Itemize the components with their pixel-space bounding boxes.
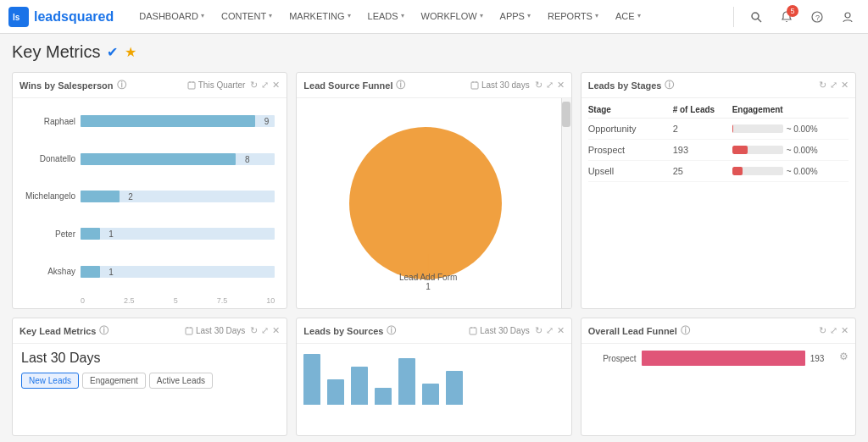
svg-rect-8	[188, 82, 195, 89]
bar-label: Akshay	[14, 267, 75, 276]
close-icon[interactable]: ✕	[272, 80, 280, 91]
widget-title-funnel: Lead Source Funnel ⓘ	[303, 79, 405, 91]
source-bar	[327, 379, 344, 405]
date-label-lbs[interactable]: Last 30 Days	[469, 326, 529, 335]
expand-icon[interactable]: ⤢	[546, 325, 554, 336]
source-bar-col	[303, 354, 320, 405]
nav-item-content[interactable]: CONTENT ▾	[213, 0, 281, 34]
widget-title-stages: Leads by Stages ⓘ	[588, 79, 675, 91]
bar-track: 8	[81, 153, 275, 165]
nav-item-marketing[interactable]: MARKETING ▾	[281, 0, 359, 34]
nav-separator	[733, 7, 734, 27]
engagement-bar: ~ 0.00%	[732, 124, 849, 134]
refresh-icon[interactable]: ↻	[250, 325, 258, 336]
tab-new-leads[interactable]: New Leads	[21, 373, 79, 389]
funnel-horizontal-bar-row: Prospect193	[590, 351, 847, 366]
expand-icon[interactable]: ⤢	[261, 80, 269, 91]
close-icon[interactable]: ✕	[841, 80, 849, 91]
tab-active-leads[interactable]: Active Leads	[149, 373, 213, 389]
info-icon-olf[interactable]: ⓘ	[681, 324, 690, 337]
nav-item-leads[interactable]: LEADS ▾	[359, 0, 413, 34]
refresh-icon[interactable]: ↻	[819, 80, 826, 91]
bar-fill: 1	[81, 266, 100, 278]
widget-action-icons-klm: ↻ ⤢ ✕	[250, 325, 280, 336]
info-icon-klm[interactable]: ⓘ	[99, 324, 108, 337]
source-bar-col	[327, 379, 344, 405]
widget-controls-funnel: Last 30 days ↻ ⤢ ✕	[470, 80, 565, 91]
svg-text:?: ?	[815, 14, 820, 22]
logo[interactable]: ls leadsquared	[8, 7, 114, 27]
nav-item-ace[interactable]: ACE ▾	[607, 0, 649, 34]
expand-icon[interactable]: ⤢	[261, 325, 269, 336]
widget-header-olf: Overall Lead Funnel ⓘ ↻ ⤢ ✕	[581, 318, 855, 344]
funnel-bar-label: Prospect	[590, 354, 637, 363]
bar-value: 2	[128, 191, 133, 201]
refresh-icon[interactable]: ↻	[250, 80, 258, 91]
expand-icon[interactable]: ⤢	[830, 325, 837, 336]
stages-data-row: Prospect193~ 0.00%	[588, 140, 849, 161]
dashboard-grid: Wins by Salesperson ⓘ This Quarter ↻ ⤢ ✕	[12, 72, 856, 436]
date-label-klm[interactable]: Last 30 Days	[185, 326, 245, 335]
bar-fill: 9	[81, 115, 255, 127]
refresh-icon[interactable]: ↻	[535, 325, 542, 336]
source-bar	[398, 358, 415, 405]
star-icon[interactable]: ★	[125, 44, 136, 60]
expand-icon[interactable]: ⤢	[546, 80, 554, 91]
bar-fill: 2	[81, 191, 120, 202]
tab-engagement[interactable]: Engagement	[82, 373, 146, 389]
help-button[interactable]: ?	[805, 5, 829, 29]
axis-label: 2.5	[124, 296, 135, 305]
bar-value: 8	[245, 154, 250, 163]
nav-item-dashboard[interactable]: DASHBOARD ▾	[131, 0, 213, 34]
close-icon[interactable]: ✕	[557, 325, 565, 336]
user-button[interactable]	[836, 5, 860, 29]
date-label-wins[interactable]: This Quarter	[187, 80, 246, 90]
svg-rect-17	[470, 328, 476, 334]
refresh-icon[interactable]: ↻	[535, 80, 542, 91]
date-label-funnel[interactable]: Last 30 days	[470, 80, 530, 90]
nav-item-workflow[interactable]: WORKFLOW ▾	[413, 0, 492, 34]
gear-icon[interactable]: ⚙	[839, 351, 849, 362]
info-icon-lbs[interactable]: ⓘ	[387, 324, 396, 337]
bar-track: 1	[81, 266, 275, 278]
nav-item-apps[interactable]: APPS ▾	[492, 0, 539, 34]
funnel-bar-count: 193	[810, 354, 825, 363]
bars-container: Raphael9Donatello8Michelangelo2Peter1Aks…	[81, 105, 275, 293]
close-icon[interactable]: ✕	[557, 80, 565, 91]
bar-track: 9	[81, 115, 275, 127]
notification-button[interactable]: 5	[775, 5, 798, 29]
close-icon[interactable]: ✕	[841, 325, 849, 336]
logo-icon: ls	[8, 7, 29, 27]
axis-labels: 02.557.510	[81, 296, 275, 305]
engagement-pct-label: ~ 0.00%	[787, 124, 818, 134]
bar-fill: 1	[81, 228, 100, 240]
info-icon-stages[interactable]: ⓘ	[665, 79, 674, 91]
notification-badge: 5	[787, 5, 798, 17]
widget-title-klm: Key Lead Metrics ⓘ	[19, 324, 108, 337]
logo-text: leadsquared	[34, 9, 114, 25]
info-icon-wins[interactable]: ⓘ	[117, 79, 126, 91]
page-title-row: Key Metrics ✔ ★	[12, 42, 856, 62]
verified-icon: ✔	[107, 44, 118, 60]
bar-label: Peter	[14, 229, 75, 239]
close-icon[interactable]: ✕	[272, 325, 280, 336]
funnel-scroll[interactable]: Lead Add Form 1	[297, 98, 570, 308]
stage-leads-count: 193	[673, 145, 732, 155]
expand-icon[interactable]: ⤢	[830, 80, 837, 91]
widget-controls-klm: Last 30 Days ↻ ⤢ ✕	[185, 325, 280, 336]
funnel-label: Lead Add Form 1	[399, 254, 457, 291]
refresh-icon[interactable]: ↻	[819, 325, 826, 336]
stages-table-header: Stage # of Leads Engagement	[588, 102, 849, 119]
bar-row: Peter1	[81, 228, 275, 240]
funnel-horizontal: Prospect193	[581, 344, 855, 376]
stage-name: Opportunity	[588, 124, 673, 134]
source-bar	[422, 384, 439, 405]
chevron-down-icon: ▾	[401, 12, 404, 19]
info-icon-funnel[interactable]: ⓘ	[396, 79, 405, 91]
widget-controls-lbs: Last 30 Days ↻ ⤢ ✕	[469, 325, 564, 336]
chevron-down-icon: ▾	[201, 12, 204, 19]
nav-item-reports[interactable]: REPORTS ▾	[539, 0, 607, 34]
search-button[interactable]	[744, 5, 768, 29]
source-bar-col	[422, 384, 439, 405]
stage-leads-count: 25	[673, 166, 732, 176]
